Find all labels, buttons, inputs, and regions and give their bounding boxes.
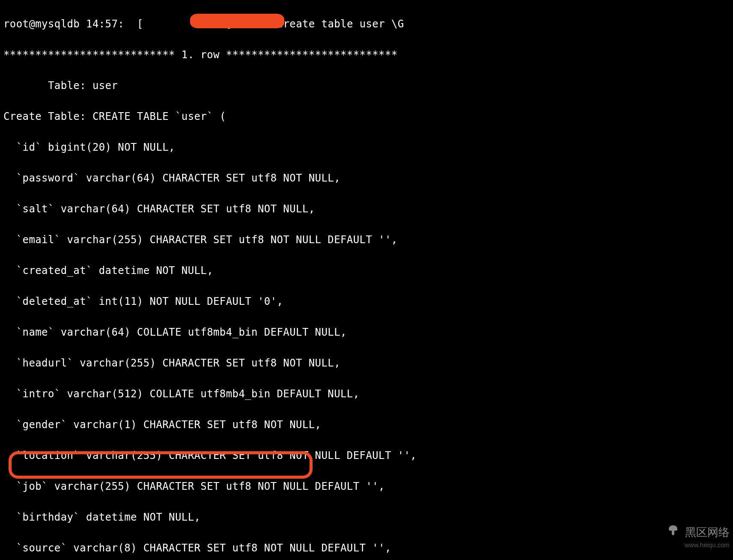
watermark-title: 黑区网络 [685, 524, 730, 541]
create-label: Create Table: [3, 110, 86, 122]
col-line: `email` varchar(255) CHARACTER SET utf8 … [3, 232, 730, 247]
col-line: `password` varchar(64) CHARACTER SET utf… [3, 170, 730, 186]
table-line: Table: user [3, 78, 730, 93]
col-line: `salt` varchar(64) CHARACTER SET utf8 NO… [3, 201, 730, 217]
watermark-url: www.heiqu.com [667, 540, 730, 550]
col-line: `intro` varchar(512) COLLATE utf8mb4_bin… [3, 386, 730, 402]
col-line: `deleted_at` int(11) NOT NULL DEFAULT '0… [3, 294, 730, 309]
col-line: `job` varchar(255) CHARACTER SET utf8 NO… [3, 479, 730, 494]
redaction-mark [190, 14, 284, 28]
col-line: `id` bigint(20) NOT NULL, [3, 140, 730, 155]
create-head: CREATE TABLE `user` ( [92, 110, 226, 122]
col-line: `headurl` varchar(255) CHARACTER SET utf… [3, 355, 730, 371]
col-line: `location` varchar(255) CHARACTER SET ut… [3, 448, 730, 463]
row-separator: *************************** 1. row *****… [3, 47, 730, 63]
col-line: `source` varchar(8) CHARACTER SET utf8 N… [3, 540, 730, 556]
table-name: user [92, 80, 118, 92]
prompt-time: 14:57: [86, 18, 124, 30]
prompt-bracket-open: [ [137, 18, 143, 30]
svg-rect-0 [672, 530, 674, 535]
col-line: `created_at` datetime NOT NULL, [3, 263, 730, 278]
watermark: 黑区网络 www.heiqu.com [667, 524, 730, 550]
prompt-user-host: root@mysqldb [3, 18, 80, 30]
terminal-output: root@mysqldb 14:57: [ ]> show create tab… [3, 1, 730, 560]
mushroom-icon [667, 524, 679, 541]
table-label: Table: [3, 80, 86, 92]
col-line: `birthday` datetime NOT NULL, [3, 509, 730, 525]
prompt-line[interactable]: root@mysqldb 14:57: [ ]> show create tab… [3, 16, 730, 32]
col-line: `gender` varchar(1) CHARACTER SET utf8 N… [3, 417, 730, 432]
col-line: `name` varchar(64) COLLATE utf8mb4_bin D… [3, 325, 730, 340]
create-table-line: Create Table: CREATE TABLE `user` ( [3, 109, 730, 124]
